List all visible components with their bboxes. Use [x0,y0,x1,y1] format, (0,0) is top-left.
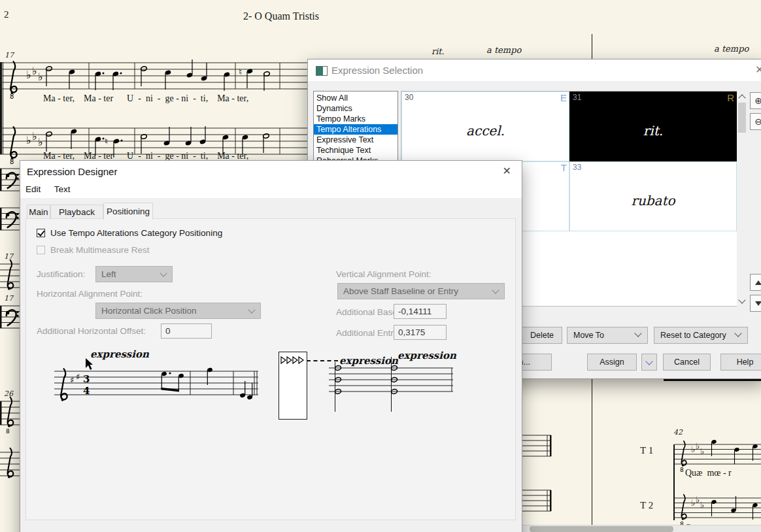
help-button[interactable]: Help [720,354,761,371]
staff-label-t1: T 1 [640,445,653,456]
lyrics-t1: Quæ mœ - r [685,468,732,478]
app-icon [316,66,328,76]
svg-text:♮: ♮ [105,136,108,146]
horizontal-alignment-dropdown[interactable]: Horizontal Click Position [95,303,261,319]
triangle-up-icon [755,280,761,285]
score-page-number: 2 [4,9,9,20]
svg-text:8: 8 [6,428,10,434]
chevron-down-icon [634,329,641,337]
chevron-down-icon [645,357,652,365]
staff-stub-bass-1 [0,165,20,195]
designer-menubar: Edit Text [20,182,522,198]
selection-dialog-title: Expression Selection [331,65,423,76]
break-multimeasure-rest-checkbox[interactable] [37,246,45,254]
close-icon[interactable]: ✕ [755,63,761,76]
handle-rectangle[interactable] [279,352,307,420]
justification-dropdown[interactable]: Left [95,266,173,282]
close-icon[interactable]: ✕ [503,165,511,178]
tab-positioning[interactable]: Positioning [103,203,153,220]
lyrics-line-1: Ma - ter, Ma - ter U - ni - ge - ni - ti… [43,93,248,104]
menu-edit[interactable]: Edit [20,182,46,196]
category-item-show-all[interactable]: Show All [314,93,397,103]
cell-expression-text: rubato [570,193,736,208]
grid-scrollbar[interactable] [737,91,747,307]
vertical-alignment-dropdown[interactable]: Above Staff Baseline or Entry [337,283,505,299]
designer-titlebar[interactable]: Expression Designer ✕ [20,161,522,182]
baseline-offset-input[interactable]: -0,14111 [394,304,447,319]
svg-text:♭: ♭ [32,65,37,77]
score-title: 2- O Quam Tristis [222,10,340,22]
staff-t1: 8 ♭♭♭ [672,434,761,472]
expression-cell-31-selected[interactable]: 31 rit. R [569,91,737,161]
category-item-technique-text[interactable]: Technique Text [314,145,397,156]
positioning-tab-page [25,218,516,520]
chevron-down-icon [734,329,741,337]
designer-dialog-title: Expression Designer [27,166,117,177]
svg-text:♭: ♭ [700,446,704,456]
zoom-out-button[interactable]: ⊖ [750,113,761,130]
chevron-down-icon [160,269,167,276]
beam-fragment [664,379,761,381]
grid-scrollbar-thumb[interactable] [738,103,746,133]
horizontal-offset-input[interactable]: 0 [161,324,212,339]
move-to-dropdown[interactable]: Move To [567,327,648,344]
tab-main[interactable]: Main [27,205,50,219]
triangle-handles-icon [280,356,307,365]
expression-designer-dialog: Expression Designer ✕ Edit Text Main Pla… [20,160,522,532]
staff-stub-treble-2: 8 [0,396,20,434]
entry-offset-input[interactable]: 0,3175 [394,325,447,340]
cancel-button[interactable]: Cancel [663,354,711,371]
delete-button[interactable]: Delete [522,327,562,344]
svg-text:♮: ♮ [239,67,242,77]
svg-text:8: 8 [680,467,684,472]
metatool-letter: E [560,92,567,103]
category-item-expressive-text[interactable]: Expressive Text [314,135,397,145]
cell-expression-text: accel. [402,123,569,139]
horizontal-scrollbar-thumb[interactable] [530,526,673,532]
assign-button[interactable]: Assign [587,354,637,371]
zoom-in-button[interactable]: ⊕ [750,92,761,109]
selection-titlebar[interactable]: Expression Selection ✕ [308,59,761,81]
staff-stub-bass-3 [0,302,20,332]
staff-stub-bass-2 [0,204,20,234]
category-item-tempo-alterations[interactable]: Tempo Alterations [314,124,397,135]
scroll-up-icon[interactable] [737,92,747,101]
staff-t2: 8 ♭♭♭ [672,489,761,527]
chevron-down-icon [248,306,255,313]
svg-text:♭: ♭ [38,136,43,148]
move-down-button[interactable] [750,295,761,312]
rit-marking: rit. [431,46,445,56]
barline-lower [592,378,592,526]
staff-stub-empty-1 [521,433,555,460]
a-tempo-marking: a tempo [486,45,521,55]
svg-text:♭: ♭ [26,69,31,81]
cell-number: 31 [573,93,581,102]
reset-to-category-dropdown[interactable]: Reset to Category [654,327,748,344]
barline [592,34,592,59]
svg-text:♭: ♭ [691,498,695,508]
svg-text:♭: ♭ [26,134,31,146]
metatool-letter: T [561,162,567,173]
zoom-in-icon: ⊕ [754,95,761,106]
menu-text[interactable]: Text [49,182,76,196]
staff-stub-treble-3 [0,447,20,482]
assign-split-dropdown[interactable] [641,354,657,371]
svg-text:♭: ♭ [691,444,695,454]
use-category-positioning-checkbox[interactable] [37,229,45,237]
expression-cell-33[interactable]: 33 rubato [569,161,737,231]
scroll-down-icon[interactable] [737,296,747,305]
svg-text:8: 8 [10,158,14,165]
category-item-dynamics[interactable]: Dynamics [314,103,397,114]
expression-cell-30[interactable]: 30 accel. E [401,91,569,161]
chevron-down-icon [492,286,499,293]
svg-text:♭: ♭ [700,500,704,510]
cell-number: 33 [573,163,581,172]
category-item-tempo-marks[interactable]: Tempo Marks [314,114,397,124]
a-tempo-marking-2: a tempo [714,44,749,54]
staff-stub-treble-1 [0,259,20,294]
tab-playback[interactable]: Playback [50,205,103,219]
svg-text:♭: ♭ [696,495,700,505]
svg-text:♭: ♭ [38,71,43,83]
move-up-button[interactable] [750,274,761,291]
cell-number: 30 [405,93,413,102]
